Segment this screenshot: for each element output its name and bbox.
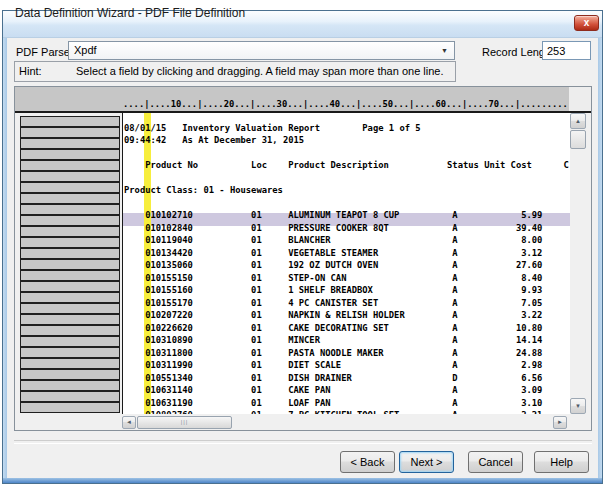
row-header-cell[interactable] — [20, 380, 120, 391]
row-header-cell[interactable] — [20, 292, 120, 303]
help-button[interactable]: Help — [534, 451, 589, 473]
row-header-cell[interactable] — [20, 402, 120, 413]
report-viewport[interactable]: 08/01/15 Inventory Valuation Report Page… — [122, 113, 570, 414]
window-border-bottom — [3, 478, 602, 483]
row-header-cell[interactable] — [20, 303, 120, 314]
column-ruler: ....|....10...|....20...|....30...|....4… — [123, 98, 591, 111]
vertical-scroll-thumb[interactable] — [570, 130, 586, 149]
row-header-cell[interactable] — [20, 325, 120, 336]
row-header-cell[interactable] — [20, 160, 120, 171]
chevron-down-icon[interactable]: ▼ — [441, 47, 448, 54]
pdf-parser-value: Xpdf — [74, 44, 97, 56]
grip-icon: ||| — [181, 419, 189, 425]
row-header-cell[interactable] — [20, 193, 120, 204]
row-header-cell[interactable] — [20, 336, 120, 347]
row-header-cell[interactable] — [20, 347, 120, 358]
window-border-left — [3, 36, 7, 480]
row-header-cell[interactable] — [20, 391, 120, 402]
row-header-cell[interactable] — [20, 171, 120, 182]
row-header-cell[interactable] — [20, 127, 120, 138]
row-header-cell[interactable] — [20, 226, 120, 237]
row-header-cell[interactable] — [20, 215, 120, 226]
arrow-up-icon: ▲ — [575, 118, 581, 124]
row-header-cell[interactable] — [20, 237, 120, 248]
hint-text: Select a field by clicking and dragging.… — [76, 65, 444, 77]
row-header-cell[interactable] — [20, 204, 120, 215]
row-header-cell[interactable] — [20, 358, 120, 369]
row-header-cell[interactable] — [20, 149, 120, 160]
window-title: Data Definition Wizard - PDF File Defini… — [15, 6, 245, 20]
arrow-left-icon: ◄ — [126, 419, 132, 425]
report-grid: ....|....10...|....20...|....30...|....4… — [14, 86, 592, 431]
next-button[interactable]: Next > — [399, 451, 454, 473]
row-header-cell[interactable] — [20, 270, 120, 281]
horizontal-scrollbar[interactable]: ◄ ||| ► — [122, 416, 567, 429]
window-border-right — [598, 36, 602, 480]
vertical-scrollbar[interactable]: ▲ ▼ — [570, 113, 586, 414]
cancel-button[interactable]: Cancel — [468, 451, 523, 473]
pdf-parser-label: PDF Parser — [16, 46, 73, 58]
row-header-cell[interactable] — [20, 248, 120, 259]
horizontal-scroll-thumb[interactable]: ||| — [137, 416, 232, 429]
scroll-down-button[interactable]: ▼ — [570, 398, 586, 414]
record-length-input[interactable] — [542, 41, 591, 60]
row-header-cell[interactable] — [20, 369, 120, 380]
scroll-right-button[interactable]: ► — [553, 416, 567, 429]
scroll-up-button[interactable]: ▲ — [570, 113, 586, 129]
hint-label: Hint: — [19, 65, 42, 77]
row-header-cell[interactable] — [20, 116, 120, 127]
report-text[interactable]: 08/01/15 Inventory Valuation Report Page… — [124, 122, 569, 414]
row-header-cell[interactable] — [20, 138, 120, 149]
row-header-cell[interactable] — [20, 314, 120, 325]
pdf-parser-select[interactable]: Xpdf — [68, 41, 455, 60]
back-button[interactable]: < Back — [340, 451, 395, 473]
arrow-right-icon: ► — [557, 419, 563, 425]
close-button[interactable]: x — [574, 15, 599, 31]
row-header-cell[interactable] — [20, 281, 120, 292]
ruler-corner — [569, 87, 591, 111]
close-icon: x — [584, 17, 590, 28]
row-header-cell[interactable] — [20, 259, 120, 270]
row-header-column — [15, 87, 122, 430]
button-separator — [14, 440, 592, 444]
arrow-down-icon: ▼ — [575, 403, 581, 409]
scroll-left-button[interactable]: ◄ — [122, 416, 136, 429]
row-header-cell[interactable] — [20, 182, 120, 193]
